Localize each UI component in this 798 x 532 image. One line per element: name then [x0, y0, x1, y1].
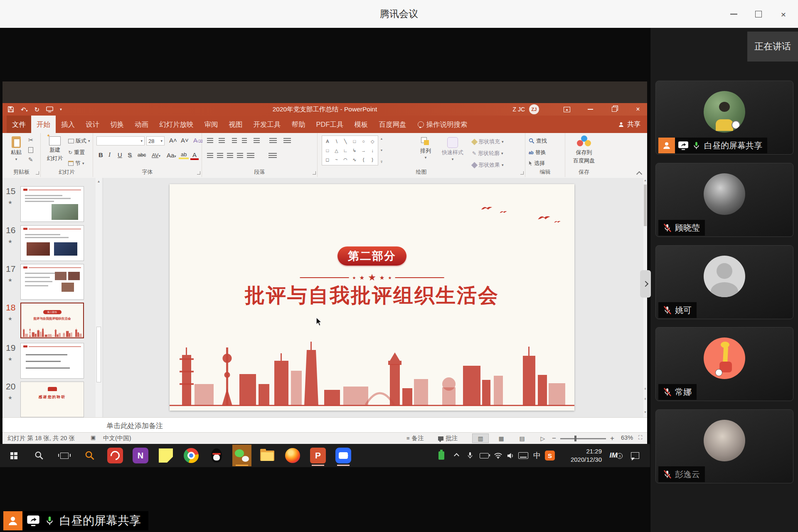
slide-thumbnail-20[interactable]: 感谢您的聆听 [20, 382, 84, 417]
tab-animation[interactable]: 动画 [129, 116, 154, 133]
tray-battery-icon[interactable] [478, 444, 490, 467]
scroll-up-icon[interactable]: ▲ [96, 180, 102, 183]
notes-toggle[interactable]: ≡备注 [406, 434, 424, 442]
taskbar-clock[interactable]: 21:29 2020/12/30 [559, 444, 602, 467]
notes-pane[interactable]: 单击此处添加备注 [2, 417, 647, 432]
comments-toggle[interactable]: 批注 [438, 434, 458, 442]
tray-ime-indicator[interactable]: 中 [531, 444, 543, 467]
justify-icon[interactable] [237, 153, 243, 158]
tray-show-hidden-icons[interactable] [451, 444, 461, 467]
zoom-out-button[interactable]: − [552, 434, 556, 443]
ppt-restore-button[interactable] [605, 103, 623, 116]
dialog-launcher-icon[interactable] [197, 171, 200, 175]
align-text-icon[interactable] [283, 138, 291, 143]
view-normal-button[interactable]: ▥ [472, 433, 489, 443]
bold-button[interactable]: B [96, 151, 105, 158]
action-center-button[interactable] [628, 444, 642, 467]
replace-button[interactable]: ab 替换 [529, 149, 546, 156]
tab-template[interactable]: 模板 [349, 116, 374, 133]
section-button[interactable]: 节▾ [68, 160, 84, 167]
fit-to-window-icon[interactable]: ⛶ [638, 434, 642, 441]
tray-wifi-icon[interactable] [492, 444, 504, 467]
paste-button[interactable]: 粘贴 ▾ [6, 136, 27, 161]
taskbar-firefox[interactable] [283, 445, 302, 466]
shape-outline-button[interactable]: ✎ 形状轮廓▾ [472, 150, 503, 157]
scroll-up-icon[interactable]: ▲ [643, 179, 647, 182]
meeting-minimize-button[interactable] [725, 7, 742, 22]
taskbar-sticky-notes[interactable] [156, 445, 175, 466]
participant-tile-4[interactable]: 常娜 [655, 327, 793, 401]
meeting-maximize-button[interactable] [750, 7, 767, 22]
tab-view[interactable]: 视图 [224, 116, 248, 133]
align-center-icon[interactable] [217, 153, 223, 158]
slide-thumbnail-16[interactable] [20, 225, 84, 261]
tray-ime-status-badge[interactable]: IM [605, 444, 622, 467]
align-left-icon[interactable] [207, 153, 213, 158]
character-spacing-button[interactable]: AV▾ [150, 152, 163, 158]
zoom-in-button[interactable]: + [610, 434, 614, 443]
quick-styles-button[interactable]: 快速样式 ▾ [439, 137, 466, 161]
view-slide-sorter-button[interactable]: ▦ [493, 433, 510, 443]
underline-button[interactable]: U [116, 151, 124, 158]
share-button[interactable]: 共享 [618, 120, 647, 129]
tell-me-search[interactable]: 操作说明搜索 [426, 116, 473, 133]
tab-help[interactable]: 帮助 [286, 116, 311, 133]
participant-tile-2[interactable]: 顾晓莹 [655, 163, 793, 237]
taskbar-qq[interactable] [207, 445, 226, 466]
collapse-ribbon-button[interactable] [637, 170, 641, 175]
smartart-convert-icon[interactable] [268, 153, 277, 158]
tab-insert[interactable]: 插入 [56, 116, 80, 133]
tray-volume-icon[interactable] [505, 444, 516, 467]
slide-thumbnail-15[interactable] [20, 186, 84, 222]
shrink-font-button[interactable]: A˅ [179, 137, 191, 144]
dialog-launcher-icon[interactable] [520, 171, 524, 175]
shape-gallery-scroll[interactable]: ▲▼⊽ [379, 135, 384, 165]
find-button[interactable]: 查找 [529, 137, 547, 145]
decrease-indent-icon[interactable] [232, 138, 237, 143]
tray-usb-icon[interactable] [436, 444, 447, 467]
slide-thumbnail-18-selected[interactable]: 第二部分 批评与自我批评组织生活会 [20, 303, 84, 338]
view-reading-button[interactable]: ▤ [514, 433, 530, 443]
panel-collapse-button[interactable] [640, 270, 651, 298]
columns-icon[interactable] [247, 153, 254, 158]
change-case-button[interactable]: Aa▾ [165, 152, 178, 159]
text-shadow-button[interactable]: S [126, 151, 134, 158]
new-slide-button[interactable]: 新建 幻灯片 [43, 136, 66, 162]
copy-icon[interactable] [28, 147, 33, 153]
cut-icon[interactable]: ✂ [28, 136, 34, 144]
next-slide-icon[interactable]: ⇟ [643, 397, 647, 401]
tab-home[interactable]: 开始 [31, 116, 56, 133]
thumbnail-scrollbar[interactable]: ▲ ▼ [96, 178, 102, 429]
task-view-button[interactable] [55, 445, 74, 466]
taskbar-wechat-active[interactable] [232, 445, 251, 466]
participant-tile-5[interactable]: 彭逸云 [655, 409, 793, 483]
tab-slideshow[interactable]: 幻灯片放映 [154, 116, 199, 133]
view-slideshow-button[interactable]: ▷ [534, 433, 551, 443]
tab-file[interactable]: 文件 [7, 116, 31, 133]
taskbar-powerpoint-open[interactable]: P [308, 445, 328, 466]
bullets-icon[interactable] [207, 138, 213, 143]
tab-developer[interactable]: 开发工具 [248, 116, 286, 133]
tab-pdf-tools[interactable]: PDF工具 [311, 116, 349, 133]
canvas-scrollbar[interactable]: ▲ ⇞ ⇟ ▼ [643, 178, 647, 417]
dialog-launcher-icon[interactable] [36, 171, 39, 175]
slide-thumbnail-17[interactable] [20, 264, 84, 300]
select-button[interactable]: 选择 [529, 160, 545, 167]
meeting-close-button[interactable]: × [775, 7, 792, 22]
tray-touch-keyboard-icon[interactable] [517, 444, 530, 467]
language-status[interactable]: 中文(中国) [103, 434, 131, 442]
font-size-select[interactable]: 28▾ [146, 136, 165, 145]
numbering-icon[interactable] [219, 138, 225, 143]
font-name-select[interactable]: ▾ [96, 136, 145, 145]
ribbon-display-options-button[interactable] [558, 103, 576, 116]
tab-transition[interactable]: 切换 [105, 116, 129, 133]
text-direction-icon[interactable] [269, 138, 277, 143]
taskbar-netease-music[interactable] [106, 445, 125, 466]
font-color-button[interactable]: A [190, 151, 199, 160]
dialog-launcher-icon[interactable] [313, 171, 316, 175]
taskbar-search-button[interactable] [30, 445, 49, 466]
tab-review[interactable]: 审阅 [199, 116, 224, 133]
layout-button[interactable]: 版式▾ [68, 137, 90, 145]
participant-tile-3[interactable]: 姚可 [655, 245, 793, 319]
ppt-close-button[interactable]: × [629, 103, 647, 116]
